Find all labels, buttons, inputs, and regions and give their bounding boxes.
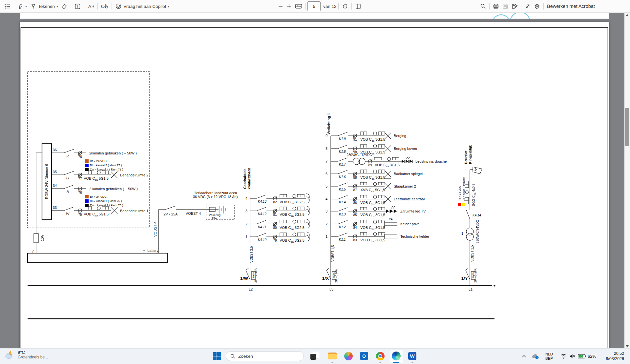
edge-button[interactable] xyxy=(392,352,401,360)
page-frame-line xyxy=(21,18,608,18)
scroll-down-arrow[interactable] xyxy=(624,344,630,349)
svg-text:3: 3 xyxy=(326,209,327,213)
divider xyxy=(521,3,521,10)
erase-button[interactable] xyxy=(60,1,69,11)
pdf-page[interactable]: RGBW 24V Dimmer 9 10A 7 +- battery 36 R … xyxy=(20,22,609,349)
task-view-icon xyxy=(310,352,319,360)
edit-with-acrobat-button[interactable]: Bewerken met Acrobat xyxy=(545,1,597,11)
copilot-icon xyxy=(115,3,122,10)
svg-text:XVB Cca 5G1,5: XVB Cca 5G1,5 xyxy=(361,188,385,193)
rotate-icon xyxy=(342,3,348,10)
chevron-down-icon: ▾ xyxy=(168,5,169,8)
accu-box xyxy=(206,204,234,220)
copilot-app-button[interactable] xyxy=(344,352,353,361)
svg-text:2 kanalen gebruiken ( + 50W ): 2 kanalen gebruiken ( + 50W ) xyxy=(89,187,138,191)
dimmer-legend-bottom: Br = 24 VDC Bl = kanaal 1 ( klem 75 ) Zw… xyxy=(85,195,123,207)
svg-text:VOB Cca 3G1,5: VOB Cca 3G1,5 xyxy=(360,213,385,218)
copilot-button[interactable]: Vraag het aan Copilot ▾ xyxy=(114,1,171,11)
svg-text:i: i xyxy=(536,356,537,359)
divider xyxy=(84,3,84,10)
svg-text:K1.8: K1.8 xyxy=(339,150,346,153)
table-of-contents-button[interactable] xyxy=(3,1,12,11)
battery-indicator[interactable]: 62% xyxy=(578,349,596,364)
svg-text:83: 83 xyxy=(353,238,357,242)
svg-text:33: 33 xyxy=(53,206,57,210)
svg-text:K4.11: K4.11 xyxy=(258,225,266,229)
dimmer-row-b: 34 B 76 2 kanalen gebruiken ( + 50W ) xyxy=(52,184,138,194)
door-lock-symbol xyxy=(473,167,482,174)
settings-button[interactable] xyxy=(532,1,542,11)
taskbar-search[interactable]: Zoeken xyxy=(226,351,304,361)
task-view-button[interactable] xyxy=(310,352,319,361)
printer-icon xyxy=(493,3,499,10)
start-button[interactable] xyxy=(213,352,221,360)
verlichting-section: Verlichting 1 9 K1.9 91 VOB Cca 3G1,5 Be… xyxy=(322,113,447,291)
lighting-row: 1 K1.1 83 VOB Cca 3G1,5 Technische kelde… xyxy=(326,233,430,243)
onedrive-tray-icon[interactable]: i xyxy=(532,349,539,364)
wifi-indicator[interactable] xyxy=(560,349,567,364)
fit-to-width-button[interactable] xyxy=(293,1,304,11)
page-number-input[interactable] xyxy=(307,1,321,11)
weather-widget[interactable]: 9°C Grotendeels be... xyxy=(5,350,48,360)
divider xyxy=(489,3,490,10)
riser-cable-label: VOBST 1,5 xyxy=(331,245,335,262)
zoom-out-button[interactable] xyxy=(276,1,285,11)
language-top: NLD xyxy=(545,352,553,356)
tray-expand-button[interactable] xyxy=(522,349,526,364)
svg-text:85: 85 xyxy=(353,213,357,217)
read-aloud-button[interactable]: A xyxy=(86,1,96,11)
file-explorer-button[interactable] xyxy=(328,352,337,361)
rotate-button[interactable] xyxy=(340,1,350,11)
svg-text:2P - C 16A: 2P - C 16A xyxy=(474,268,477,283)
cloud-icon: i xyxy=(532,354,539,359)
lock-zigzag xyxy=(475,168,477,171)
svg-text:Kelder privé: Kelder privé xyxy=(400,222,420,226)
print-button[interactable] xyxy=(491,1,501,11)
weather-temperature: 9°C xyxy=(18,350,48,355)
draw-button[interactable]: Tekenen ▾ xyxy=(29,1,60,11)
save-as-button[interactable] xyxy=(510,1,519,11)
fuse-10a-label: 10A xyxy=(41,235,44,241)
riser-cable-label: VOBST 2,5 xyxy=(250,246,253,263)
outlook-button[interactable]: O xyxy=(360,352,369,361)
svg-text:Badkamer spiegel: Badkamer spiegel xyxy=(394,172,423,176)
fullscreen-button[interactable] xyxy=(523,1,532,11)
volume-muted-indicator[interactable] xyxy=(569,349,576,364)
zekering-label-1: Zekering xyxy=(209,213,220,217)
add-text-button[interactable]: T xyxy=(73,1,82,11)
fixture-qty: x4 xyxy=(389,217,393,221)
scrollbar-thumb[interactable] xyxy=(625,108,629,146)
word-button[interactable]: W xyxy=(408,352,417,361)
language-indicator[interactable]: NLD BEP xyxy=(545,349,553,364)
svg-text:L1: L1 xyxy=(469,287,472,291)
divider xyxy=(14,3,14,10)
save-button[interactable] xyxy=(501,1,510,11)
verlichting-title: Verlichting 1 xyxy=(327,113,331,134)
svg-text:Berging boven: Berging boven xyxy=(394,147,417,151)
socket-row: 3 K4.12 81 VOB Cca 3G2,5 xyxy=(245,206,309,217)
search-icon xyxy=(230,354,235,359)
accu-switch-label: 2P - 25A xyxy=(164,212,178,216)
deurslot-title-2: Kinépraktijk xyxy=(469,145,472,164)
page-view-button[interactable] xyxy=(353,1,363,11)
zoom-in-button[interactable] xyxy=(285,1,293,11)
highlight-button[interactable]: ▾ xyxy=(16,1,29,11)
scroll-up-arrow[interactable] xyxy=(624,12,630,17)
svg-text:6: 6 xyxy=(326,172,327,176)
socket-row: 4 K4.13 82 VOB Cca 3G2,5 xyxy=(245,193,309,205)
breaker-1w: 1/W 3000 2P - C 16A L2 xyxy=(240,268,257,291)
svg-text:B: B xyxy=(67,190,69,194)
svg-text:89: 89 xyxy=(368,163,372,167)
search-button[interactable] xyxy=(478,1,488,11)
svg-text:1: 1 xyxy=(245,235,247,239)
svg-text:Ro = 24 VDC: Ro = 24 VDC xyxy=(458,186,461,201)
battery-bus-bar xyxy=(28,253,167,262)
svg-text:VOB Cca 3G1,5: VOB Cca 3G1,5 xyxy=(360,137,385,142)
translate-button[interactable]: aあ xyxy=(99,1,110,11)
clock[interactable]: 20:52 9/03/2026 xyxy=(598,351,624,361)
svg-text:1/Y: 1/Y xyxy=(461,276,468,281)
scrollbar[interactable] xyxy=(624,12,630,349)
chrome-button[interactable] xyxy=(376,352,385,361)
divider xyxy=(71,3,71,10)
svg-text:Behandelruimte 2: Behandelruimte 2 xyxy=(120,173,148,177)
